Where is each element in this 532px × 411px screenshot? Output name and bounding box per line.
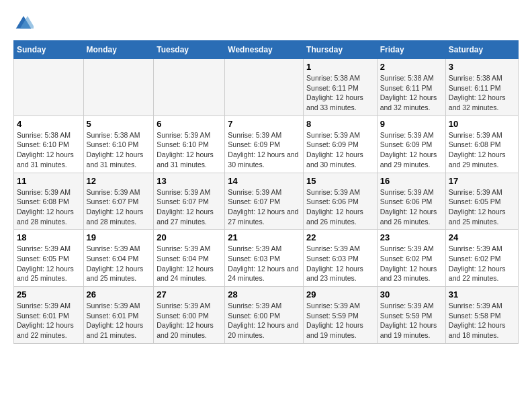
calendar-cell (83, 59, 154, 116)
day-number: 27 (157, 289, 222, 300)
day-number: 10 (449, 119, 515, 129)
header-cell-tuesday: Tuesday (154, 41, 225, 59)
calendar-cell: 28Sunrise: 5:39 AMSunset: 6:00 PMDayligh… (225, 287, 304, 344)
logo (13, 13, 37, 34)
calendar-cell: 7Sunrise: 5:39 AMSunset: 6:09 PMDaylight… (225, 116, 304, 173)
calendar-cell: 16Sunrise: 5:39 AMSunset: 6:06 PMDayligh… (377, 173, 445, 230)
day-info: Sunrise: 5:39 AMSunset: 6:07 PMDaylight:… (157, 187, 222, 227)
day-number: 21 (228, 232, 300, 242)
week-row-0: 1Sunrise: 5:38 AMSunset: 6:11 PMDaylight… (14, 59, 519, 116)
day-info: Sunrise: 5:39 AMSunset: 6:06 PMDaylight:… (306, 187, 374, 227)
day-info: Sunrise: 5:39 AMSunset: 5:59 PMDaylight:… (380, 301, 443, 340)
day-number: 18 (17, 232, 81, 242)
calendar-cell: 26Sunrise: 5:39 AMSunset: 6:01 PMDayligh… (83, 287, 154, 344)
day-number: 7 (228, 119, 300, 129)
day-number: 19 (87, 232, 151, 242)
day-number: 9 (380, 119, 443, 129)
day-info: Sunrise: 5:39 AMSunset: 6:07 PMDaylight:… (228, 187, 300, 227)
header-cell-friday: Friday (377, 41, 445, 59)
day-number: 20 (157, 232, 222, 242)
day-info: Sunrise: 5:39 AMSunset: 6:08 PMDaylight:… (449, 130, 515, 170)
day-number: 5 (87, 119, 151, 129)
calendar-cell: 15Sunrise: 5:39 AMSunset: 6:06 PMDayligh… (304, 173, 378, 230)
day-number: 24 (449, 232, 515, 242)
day-info: Sunrise: 5:39 AMSunset: 6:03 PMDaylight:… (306, 244, 374, 283)
day-number: 14 (228, 176, 300, 186)
day-number: 29 (306, 289, 374, 300)
header-cell-monday: Monday (83, 41, 154, 59)
calendar-cell: 11Sunrise: 5:39 AMSunset: 6:08 PMDayligh… (14, 173, 84, 230)
header-cell-saturday: Saturday (445, 41, 518, 59)
calendar-cell (154, 59, 225, 116)
calendar-cell: 8Sunrise: 5:39 AMSunset: 6:09 PMDaylight… (304, 116, 378, 173)
day-number: 4 (17, 119, 81, 129)
day-info: Sunrise: 5:39 AMSunset: 6:01 PMDaylight:… (17, 301, 81, 340)
week-row-1: 4Sunrise: 5:38 AMSunset: 6:10 PMDaylight… (14, 116, 519, 173)
day-info: Sunrise: 5:39 AMSunset: 6:08 PMDaylight:… (17, 187, 81, 227)
calendar-cell: 5Sunrise: 5:38 AMSunset: 6:10 PMDaylight… (83, 116, 154, 173)
header-row: SundayMondayTuesdayWednesdayThursdayFrid… (14, 41, 519, 59)
calendar-cell: 24Sunrise: 5:39 AMSunset: 6:02 PMDayligh… (445, 230, 518, 287)
calendar-cell: 19Sunrise: 5:39 AMSunset: 6:04 PMDayligh… (83, 230, 154, 287)
calendar-cell: 17Sunrise: 5:39 AMSunset: 6:05 PMDayligh… (445, 173, 518, 230)
day-info: Sunrise: 5:39 AMSunset: 6:04 PMDaylight:… (157, 244, 222, 283)
day-number: 31 (449, 289, 515, 300)
calendar-cell: 20Sunrise: 5:39 AMSunset: 6:04 PMDayligh… (154, 230, 225, 287)
calendar-cell (14, 59, 84, 116)
calendar-cell: 31Sunrise: 5:39 AMSunset: 5:58 PMDayligh… (445, 287, 518, 344)
day-number: 23 (380, 232, 443, 242)
day-number: 28 (228, 289, 300, 300)
calendar-cell: 10Sunrise: 5:39 AMSunset: 6:08 PMDayligh… (445, 116, 518, 173)
header-cell-wednesday: Wednesday (225, 41, 304, 59)
day-info: Sunrise: 5:39 AMSunset: 6:09 PMDaylight:… (228, 130, 300, 170)
calendar-cell: 29Sunrise: 5:39 AMSunset: 5:59 PMDayligh… (304, 287, 378, 344)
week-row-3: 18Sunrise: 5:39 AMSunset: 6:05 PMDayligh… (14, 230, 519, 287)
day-number: 3 (449, 62, 515, 72)
day-info: Sunrise: 5:39 AMSunset: 6:09 PMDaylight:… (306, 130, 374, 170)
logo-icon (13, 13, 34, 34)
day-number: 2 (380, 62, 443, 72)
day-info: Sunrise: 5:39 AMSunset: 6:05 PMDaylight:… (17, 244, 81, 283)
calendar-cell: 21Sunrise: 5:39 AMSunset: 6:03 PMDayligh… (225, 230, 304, 287)
day-info: Sunrise: 5:39 AMSunset: 6:07 PMDaylight:… (87, 187, 151, 227)
calendar-header: SundayMondayTuesdayWednesdayThursdayFrid… (14, 41, 519, 59)
day-number: 25 (17, 289, 81, 300)
calendar-cell: 9Sunrise: 5:39 AMSunset: 6:09 PMDaylight… (377, 116, 445, 173)
header (13, 13, 519, 34)
day-info: Sunrise: 5:39 AMSunset: 6:01 PMDaylight:… (87, 301, 151, 340)
calendar-cell (225, 59, 304, 116)
header-cell-thursday: Thursday (304, 41, 378, 59)
calendar-cell: 18Sunrise: 5:39 AMSunset: 6:05 PMDayligh… (14, 230, 84, 287)
calendar-cell: 4Sunrise: 5:38 AMSunset: 6:10 PMDaylight… (14, 116, 84, 173)
day-info: Sunrise: 5:38 AMSunset: 6:11 PMDaylight:… (449, 73, 515, 113)
calendar-cell: 27Sunrise: 5:39 AMSunset: 6:00 PMDayligh… (154, 287, 225, 344)
calendar-cell: 23Sunrise: 5:39 AMSunset: 6:02 PMDayligh… (377, 230, 445, 287)
calendar-cell: 2Sunrise: 5:38 AMSunset: 6:11 PMDaylight… (377, 59, 445, 116)
day-info: Sunrise: 5:39 AMSunset: 5:58 PMDaylight:… (449, 301, 515, 340)
calendar-cell: 12Sunrise: 5:39 AMSunset: 6:07 PMDayligh… (83, 173, 154, 230)
day-info: Sunrise: 5:39 AMSunset: 6:02 PMDaylight:… (380, 244, 443, 283)
day-info: Sunrise: 5:39 AMSunset: 6:00 PMDaylight:… (157, 301, 222, 340)
day-number: 12 (87, 176, 151, 186)
week-row-2: 11Sunrise: 5:39 AMSunset: 6:08 PMDayligh… (14, 173, 519, 230)
day-info: Sunrise: 5:39 AMSunset: 6:10 PMDaylight:… (157, 130, 222, 170)
day-info: Sunrise: 5:39 AMSunset: 6:02 PMDaylight:… (449, 244, 515, 283)
day-info: Sunrise: 5:39 AMSunset: 6:04 PMDaylight:… (87, 244, 151, 283)
day-number: 30 (380, 289, 443, 300)
calendar-cell: 30Sunrise: 5:39 AMSunset: 5:59 PMDayligh… (377, 287, 445, 344)
day-info: Sunrise: 5:39 AMSunset: 6:06 PMDaylight:… (380, 187, 443, 227)
day-number: 8 (306, 119, 374, 129)
day-info: Sunrise: 5:38 AMSunset: 6:10 PMDaylight:… (87, 130, 151, 170)
day-info: Sunrise: 5:38 AMSunset: 6:10 PMDaylight:… (17, 130, 81, 170)
day-number: 22 (306, 232, 374, 242)
calendar-cell: 6Sunrise: 5:39 AMSunset: 6:10 PMDaylight… (154, 116, 225, 173)
day-info: Sunrise: 5:39 AMSunset: 6:00 PMDaylight:… (228, 301, 300, 340)
calendar-cell: 3Sunrise: 5:38 AMSunset: 6:11 PMDaylight… (445, 59, 518, 116)
day-number: 1 (306, 62, 374, 72)
day-info: Sunrise: 5:39 AMSunset: 5:59 PMDaylight:… (306, 301, 374, 340)
day-info: Sunrise: 5:39 AMSunset: 6:05 PMDaylight:… (449, 187, 515, 227)
calendar-cell: 22Sunrise: 5:39 AMSunset: 6:03 PMDayligh… (304, 230, 378, 287)
day-number: 17 (449, 176, 515, 186)
calendar-cell: 14Sunrise: 5:39 AMSunset: 6:07 PMDayligh… (225, 173, 304, 230)
day-number: 13 (157, 176, 222, 186)
